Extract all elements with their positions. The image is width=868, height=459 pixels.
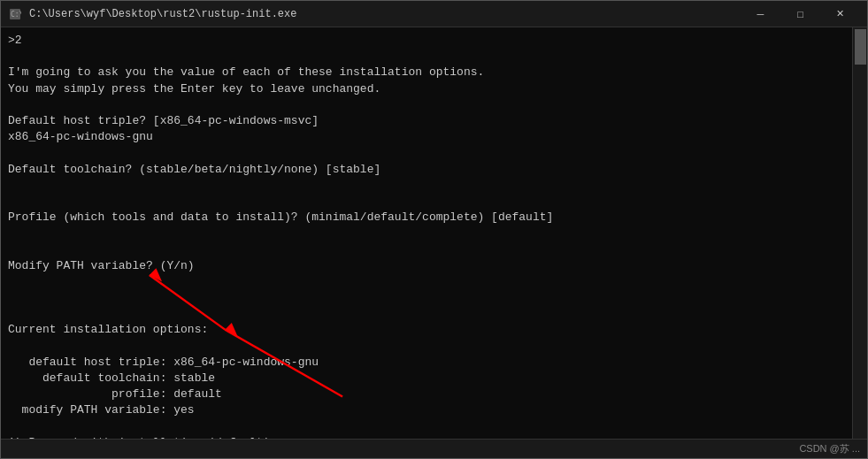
terminal[interactable]: >2 I'm going to ask you the value of eac… [1,27,852,439]
titlebar: C:\ C:\Users\wyf\Desktop\rust2\rustup-in… [1,1,867,27]
terminal-output: >2 I'm going to ask you the value of eac… [8,33,845,439]
window-title: C:\Users\wyf\Desktop\rust2\rustup-init.e… [29,8,741,20]
minimize-button[interactable]: ─ [741,1,780,27]
scrollbar[interactable] [852,27,867,439]
terminal-icon: C:\ [8,7,22,21]
close-button[interactable]: ✕ [820,1,860,27]
statusbar: CSDN @苏 ... [1,439,867,458]
scrollbar-thumb[interactable] [855,29,866,65]
window-controls: ─ □ ✕ [741,1,860,27]
restore-button[interactable]: □ [780,1,820,27]
svg-text:C:\: C:\ [11,11,21,19]
window: C:\ C:\Users\wyf\Desktop\rust2\rustup-in… [0,0,868,459]
content-wrapper: >2 I'm going to ask you the value of eac… [1,27,867,439]
terminal-container: >2 I'm going to ask you the value of eac… [1,27,867,439]
statusbar-text: CSDN @苏 ... [799,442,860,455]
